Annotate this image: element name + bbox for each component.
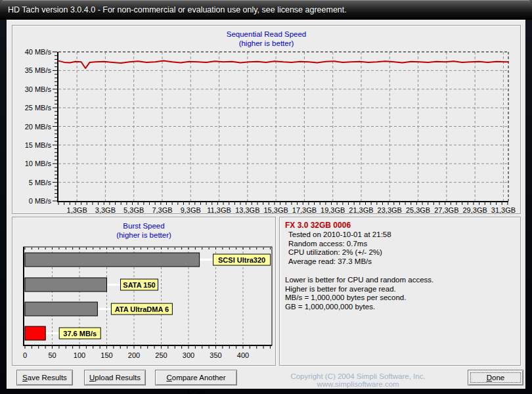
- svg-text:200: 200: [128, 351, 140, 359]
- svg-text:5,3GB: 5,3GB: [123, 206, 144, 213]
- stat-line: Tested on 2010-10-01 at 21:58: [288, 230, 391, 240]
- svg-text:23,3GB: 23,3GB: [378, 206, 402, 213]
- svg-text:100: 100: [74, 351, 85, 359]
- svg-text:3,3GB: 3,3GB: [95, 206, 116, 213]
- svg-text:0 MB/s: 0 MB/s: [29, 197, 52, 205]
- svg-text:13,3GB: 13,3GB: [235, 206, 259, 213]
- svg-text:15,3GB: 15,3GB: [263, 206, 288, 213]
- bar-label-2: ATA UltraDMA 6: [111, 303, 172, 315]
- svg-text:5 MB/s: 5 MB/s: [29, 179, 52, 186]
- svg-text:350: 350: [210, 351, 221, 359]
- stat-line: CPU utilization: 2% (+/- 2%): [288, 248, 391, 257]
- burst-speed-panel: Burst Speed (higher is better) SCSI Ultr…: [12, 217, 276, 366]
- svg-text:20 MB/s: 20 MB/s: [25, 123, 52, 131]
- burst-speed-chart: SCSI Ultra320SATA 150ATA UltraDMA 637.6 …: [12, 217, 275, 365]
- svg-text:37.6 MB/s: 37.6 MB/s: [63, 330, 97, 338]
- save-results-button[interactable]: Save Results: [16, 370, 73, 385]
- sequential-read-panel: Sequential Read Speed (higher is better)…: [12, 25, 521, 214]
- stat-line: Random access: 0.7ms: [288, 240, 391, 249]
- drive-name: FX 3.0 32GB 0006: [285, 221, 351, 230]
- svg-text:0: 0: [23, 351, 27, 359]
- note-line: Lower is better for CPU and random acces…: [285, 276, 433, 285]
- svg-text:15 MB/s: 15 MB/s: [25, 141, 52, 149]
- svg-text:19,3GB: 19,3GB: [321, 206, 345, 213]
- svg-text:11,3GB: 11,3GB: [207, 206, 231, 213]
- svg-text:ATA UltraDMA 6: ATA UltraDMA 6: [115, 305, 169, 313]
- svg-text:SATA 150: SATA 150: [123, 281, 155, 289]
- svg-text:40 MB/s: 40 MB/s: [25, 48, 52, 56]
- drive-stats: Tested on 2010-10-01 at 21:58Random acce…: [288, 230, 391, 266]
- sequential-read-chart: 0 MB/s5 MB/s10 MB/s15 MB/s20 MB/s25 MB/s…: [12, 26, 520, 213]
- svg-text:SCSI Ultra320: SCSI Ultra320: [218, 256, 265, 264]
- stat-line: Average read: 37.3 MB/s: [288, 257, 391, 267]
- drive-info-panel: FX 3.0 32GB 0006 Tested on 2010-10-01 at…: [279, 217, 521, 366]
- note-line: MB/s = 1,000,000 bytes per second.: [285, 294, 433, 303]
- svg-text:9,3GB: 9,3GB: [181, 206, 201, 213]
- bar-label-1: SATA 150: [121, 279, 158, 290]
- upload-results-button[interactable]: Upload Results: [84, 370, 146, 385]
- svg-text:17,3GB: 17,3GB: [292, 206, 317, 213]
- svg-text:21,3GB: 21,3GB: [349, 206, 373, 213]
- svg-text:250: 250: [155, 351, 167, 359]
- note-line: Higher is better for average read.: [285, 285, 433, 294]
- title-bar[interactable]: HD Tach version 3.0.4.0 - For non-commer…: [0, 0, 532, 20]
- svg-text:10 MB/s: 10 MB/s: [25, 160, 52, 167]
- svg-text:150: 150: [100, 351, 112, 359]
- bar-label-0: SCSI Ultra320: [213, 254, 271, 265]
- note-line: GB = 1,000,000,000 bytes.: [285, 303, 433, 312]
- hd-tach-window: HD Tach version 3.0.4.0 - For non-commer…: [0, 0, 532, 394]
- svg-text:25,3GB: 25,3GB: [406, 206, 430, 213]
- bar-label-3: 37.6 MB/s: [59, 328, 100, 339]
- svg-text:50: 50: [48, 351, 56, 359]
- svg-text:1,3GB: 1,3GB: [67, 206, 87, 213]
- window-title: HD Tach version 3.0.4.0 - For non-commer…: [8, 5, 347, 14]
- svg-text:400: 400: [237, 351, 249, 359]
- svg-text:7,3GB: 7,3GB: [152, 206, 172, 213]
- benchmark-notes: Lower is better for CPU and random acces…: [285, 276, 433, 311]
- svg-text:29,3GB: 29,3GB: [462, 206, 487, 213]
- svg-text:30 MB/s: 30 MB/s: [25, 85, 52, 93]
- svg-text:27,3GB: 27,3GB: [434, 206, 458, 213]
- svg-text:300: 300: [183, 351, 194, 359]
- svg-text:35 MB/s: 35 MB/s: [25, 66, 52, 74]
- compare-another-drive-button[interactable]: Compare Another Drive: [155, 370, 237, 385]
- done-button[interactable]: Done: [468, 370, 523, 385]
- svg-text:31,3GB: 31,3GB: [491, 206, 516, 213]
- svg-text:25 MB/s: 25 MB/s: [25, 104, 52, 112]
- copyright-text: Copyright (C) 2004 Simpli Software, Inc.…: [253, 372, 463, 388]
- client-area: Sequential Read Speed (higher is better)…: [7, 20, 525, 389]
